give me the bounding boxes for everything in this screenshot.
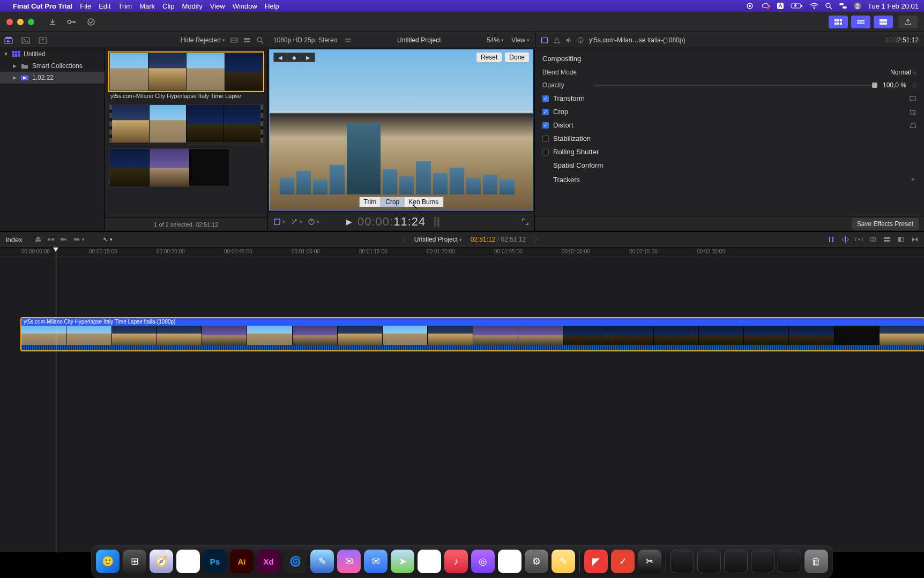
view-dropdown[interactable]: View (511, 36, 530, 44)
clip-filmstrip[interactable] (109, 52, 263, 91)
solo-icon[interactable] (855, 236, 863, 243)
select-tool-icon[interactable]: ↖ ▾ (103, 236, 113, 243)
dock-minimized-window[interactable] (670, 550, 694, 573)
viewer-prev-button[interactable]: ◀ (273, 52, 287, 62)
menu-clip[interactable]: Clip (162, 2, 174, 10)
connect-clip-icon[interactable] (34, 236, 42, 243)
layout-browser-button[interactable] (829, 16, 848, 28)
menu-window[interactable]: Window (233, 2, 257, 10)
dock-app-finalcut[interactable]: ✂ (638, 550, 661, 573)
transform-checkbox[interactable]: ✓ (542, 95, 549, 102)
wifi-icon[interactable] (810, 3, 818, 9)
timeline-pane[interactable]: 00:00:00:0000:00:15:0000:00:30:0000:00:4… (0, 247, 924, 552)
dock-app-launchpad[interactable]: ⊞ (123, 550, 146, 573)
trackers-add-icon[interactable]: ＋ (909, 175, 916, 184)
menu-view[interactable]: View (210, 2, 225, 10)
timeline-tracks[interactable]: yt5s.com-Milano City Hyperlapse Italy Ti… (0, 257, 924, 552)
timeline-appearance-icon[interactable] (883, 236, 891, 243)
dock-minimized-window[interactable] (751, 550, 774, 573)
fullscreen-button[interactable] (521, 218, 529, 226)
browser-clip[interactable] (109, 104, 263, 143)
transform-tool-icon[interactable] (273, 218, 285, 226)
insert-clip-icon[interactable] (47, 236, 55, 243)
skimming-icon[interactable] (828, 236, 835, 243)
menu-mark[interactable]: Mark (139, 2, 155, 10)
dock-app-mail[interactable]: ✉ (364, 550, 388, 573)
dock-app-numbers[interactable]: ≡ (498, 550, 521, 573)
viewer-done-button[interactable]: Done (505, 52, 529, 62)
titles-tab-icon[interactable]: T (39, 36, 47, 44)
timeline-clip[interactable]: yt5s.com-Milano City Hyperlapse Italy Ti… (21, 318, 924, 350)
clip-filmstrip[interactable] (109, 148, 229, 187)
viewer-next-button[interactable]: ▶ (301, 52, 315, 62)
browser-clip[interactable]: yt5s.com-Milano City Hyperlapse Italy Ti… (109, 52, 263, 99)
viewer-center-button[interactable]: ◆ (287, 52, 301, 62)
transitions-browser-icon[interactable] (911, 236, 919, 243)
dock-app-todoist[interactable]: ✓ (611, 550, 635, 573)
spotlight-icon[interactable] (825, 2, 832, 10)
dock-app-safari[interactable]: 🧭 (150, 550, 173, 573)
audio-inspector-tab-icon[interactable] (565, 37, 572, 43)
dock-app-notes[interactable]: ✎ (552, 550, 575, 573)
dock-minimized-window[interactable] (724, 550, 748, 573)
crop-toggle-row[interactable]: ✓ Crop (542, 105, 916, 118)
dock-app-photos[interactable]: ✿ (418, 550, 441, 573)
import-button[interactable] (45, 16, 60, 28)
dock-app-music[interactable]: ♪ (444, 550, 468, 573)
overwrite-clip-icon[interactable]: ▾ (73, 236, 85, 243)
search-icon[interactable] (256, 36, 264, 44)
dock-app-maps[interactable]: ➤ (391, 550, 414, 573)
blend-mode-row[interactable]: Blend Mode Normal ◇ (542, 66, 916, 79)
menubar-app-icon[interactable] (777, 2, 784, 10)
creative-cloud-icon[interactable] (762, 2, 770, 10)
crop-checkbox[interactable]: ✓ (542, 109, 549, 115)
dock-app-kiwi[interactable]: ✎ (310, 550, 334, 573)
effects-browser-icon[interactable] (897, 236, 905, 243)
zoom-dropdown[interactable]: 54% (487, 36, 504, 44)
dock-minimized-window[interactable] (697, 550, 721, 573)
keyframe-diamond-icon[interactable]: ◇ (912, 81, 916, 89)
library-row[interactable]: ▼ Untitled (0, 48, 105, 60)
color-inspector-tab-icon[interactable] (554, 37, 560, 43)
menubar-clock[interactable]: Tue 1 Feb 20:01 (868, 2, 919, 10)
menu-file[interactable]: File (80, 2, 91, 10)
window-zoom-button[interactable] (28, 19, 34, 25)
dock-app-photoshop[interactable]: Ps (203, 550, 227, 573)
audio-skimming-icon[interactable] (841, 236, 849, 243)
timeline-index-button[interactable]: Index (5, 236, 29, 244)
play-button[interactable]: ▶ (346, 217, 352, 226)
menu-edit[interactable]: Edit (99, 2, 110, 10)
window-minimize-button[interactable] (17, 19, 24, 25)
distort-reset-icon[interactable] (909, 122, 916, 129)
timeline-project-dropdown[interactable]: Untitled Project (414, 236, 462, 243)
dock-app-trash[interactable]: 🗑 (804, 550, 828, 573)
crop-kenburns-button[interactable]: Ken Burns (404, 197, 443, 207)
dock-app-xd[interactable]: Xd (257, 550, 280, 573)
photos-tab-icon[interactable] (21, 36, 30, 44)
video-inspector-tab-icon[interactable] (541, 37, 548, 43)
viewer-canvas[interactable]: ◀ ◆ ▶ Reset Done Trim Crop Ken Burns ↖ (269, 49, 533, 211)
window-close-button[interactable] (6, 19, 13, 25)
crop-trim-button[interactable]: Trim (359, 197, 382, 207)
info-inspector-tab-icon[interactable] (577, 37, 584, 43)
dock-app-chrome[interactable]: ◉ (176, 550, 200, 573)
viewer-reset-button[interactable]: Reset (476, 52, 502, 62)
transform-toggle-row[interactable]: ✓ Transform (542, 92, 916, 105)
dock-app-finder[interactable]: 🙂 (96, 550, 120, 573)
append-clip-icon[interactable] (60, 236, 68, 243)
timeline-ruler[interactable]: 00:00:00:0000:00:15:0000:00:30:0000:00:4… (0, 247, 924, 257)
audio-meters-icon[interactable] (434, 217, 439, 227)
crop-reset-icon[interactable] (909, 109, 916, 115)
filter-dropdown[interactable]: Hide Rejected (181, 36, 225, 44)
save-effects-preset-button[interactable]: Save Effects Preset (852, 218, 919, 230)
stabilization-toggle-row[interactable]: Stabilization (542, 132, 916, 145)
project-settings-icon[interactable] (345, 37, 351, 43)
battery-icon[interactable] (791, 3, 803, 9)
menu-help[interactable]: Help (265, 2, 279, 10)
sidebar-smart-collections[interactable]: ▶ Smart Collections (0, 60, 105, 72)
opacity-row[interactable]: Opacity 100,0 % ◇ (542, 79, 916, 92)
library-tab-icon[interactable] (4, 36, 13, 44)
distort-checkbox[interactable]: ✓ (542, 122, 549, 129)
clip-filmstrip[interactable] (109, 104, 263, 143)
dock-app-podcasts[interactable]: ◎ (471, 550, 495, 573)
